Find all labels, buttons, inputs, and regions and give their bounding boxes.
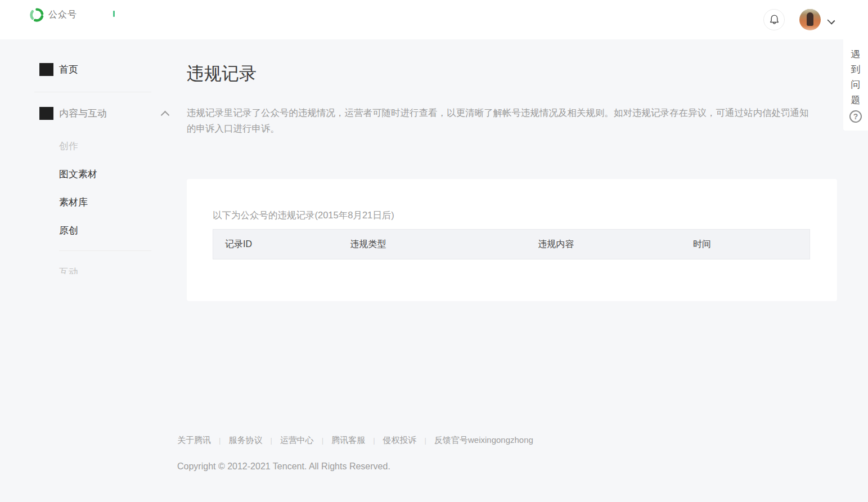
- footer-links: 关于腾讯 | 服务协议 | 运营中心 | 腾讯客服 | 侵权投诉 | 反馈官号w…: [177, 435, 533, 446]
- sidebar-subitem-original[interactable]: 原创: [59, 224, 78, 237]
- footer-separator: |: [373, 436, 375, 445]
- footer-link-operation-center[interactable]: 运营中心: [280, 435, 314, 446]
- footer-separator: |: [270, 436, 272, 445]
- footer-link-about-tencent[interactable]: 关于腾讯: [177, 435, 211, 446]
- page-title: 违规记录: [187, 62, 257, 86]
- sidebar-item-content-interaction[interactable]: 内容与互动: [39, 107, 168, 120]
- sidebar-divider: [59, 250, 151, 251]
- records-card: 以下为公众号的违规记录(2015年8月21日后) 记录ID 违规类型 违规内容 …: [187, 179, 837, 301]
- sidebar: 首页 内容与互动 创作 图文素材 素材库 原创 互动: [0, 39, 169, 502]
- footer-link-infringement-complaint[interactable]: 侵权投诉: [383, 435, 417, 446]
- question-mark-icon: ?: [849, 110, 862, 123]
- footer-separator: |: [322, 436, 323, 445]
- sidebar-item-label: 首页: [59, 63, 78, 76]
- sidebar-subitem-image-text-material[interactable]: 图文素材: [59, 168, 97, 181]
- stray-green-mark: [113, 11, 115, 17]
- page-description: 违规记录里记录了公众号的违规情况，运营者可随时进行查看，以更清晰了解帐号违规情况…: [187, 105, 809, 136]
- copyright-text: Copyright © 2012-2021 Tencent. All Right…: [177, 461, 390, 472]
- footer-link-service-agreement[interactable]: 服务协议: [228, 435, 262, 446]
- sidebar-subitem-interaction-clipped[interactable]: 互动: [59, 266, 78, 274]
- chevron-up-icon[interactable]: [161, 110, 170, 119]
- user-avatar[interactable]: [799, 9, 821, 30]
- sidebar-item-home[interactable]: 首页: [39, 63, 78, 76]
- home-icon: [39, 63, 53, 76]
- bell-icon: [769, 14, 780, 25]
- column-header-record-id: 记录ID: [213, 239, 339, 250]
- mp-logo[interactable]: 公众号: [30, 8, 77, 22]
- records-card-subtitle: 以下为公众号的违规记录(2015年8月21日后): [213, 209, 394, 222]
- top-bar: 公众号: [0, 0, 868, 39]
- help-tab[interactable]: 遇到问题 ?: [843, 39, 868, 131]
- column-header-time: 时间: [681, 239, 809, 250]
- table-header-row: 记录ID 违规类型 违规内容 时间: [213, 229, 810, 259]
- footer-link-tencent-service[interactable]: 腾讯客服: [331, 435, 365, 446]
- footer-separator: |: [219, 436, 221, 445]
- sidebar-subitem-material-library[interactable]: 素材库: [59, 196, 88, 209]
- notification-bell-button[interactable]: [763, 9, 785, 30]
- violation-records-table: 记录ID 违规类型 违规内容 时间: [213, 229, 810, 259]
- column-header-violation-type: 违规类型: [339, 239, 527, 250]
- sidebar-divider: [34, 92, 151, 92]
- column-header-violation-content: 违规内容: [526, 239, 681, 250]
- account-chevron-down-icon[interactable]: [827, 16, 835, 24]
- sidebar-item-label: 内容与互动: [59, 107, 107, 120]
- avatar-photo-detail: [807, 12, 813, 26]
- help-tab-label: 遇到问题: [850, 47, 861, 107]
- content-icon: [39, 107, 53, 120]
- mp-logo-icon: [30, 8, 44, 22]
- sidebar-subitem-creation[interactable]: 创作: [59, 140, 78, 153]
- footer-separator: |: [425, 436, 426, 445]
- mp-logo-text: 公众号: [48, 9, 77, 21]
- footer-link-feedback-account[interactable]: 反馈官号weixingongzhong: [434, 435, 533, 446]
